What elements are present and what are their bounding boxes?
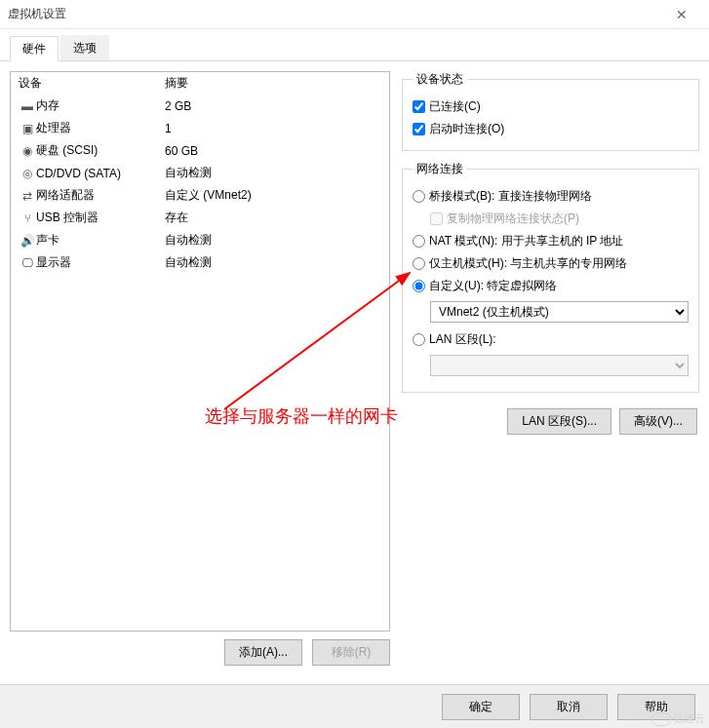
device-buttons: 添加(A)... 移除(R) [10, 632, 390, 666]
device-name: 硬盘 (SCSI) [36, 142, 165, 159]
device-summary: 1 [165, 122, 381, 135]
advanced-button[interactable]: 高级(V)... [619, 408, 697, 435]
bridged-radio[interactable] [413, 190, 425, 203]
device-summary: 自动检测 [165, 165, 381, 181]
hostonly-label: 仅主机模式(H): 与主机共享的专用网络 [429, 255, 627, 272]
custom-radio[interactable] [413, 280, 425, 292]
device-summary: 60 GB [165, 144, 381, 158]
device-row-network[interactable]: ⇄网络适配器自定义 (VMnet2) [11, 184, 389, 207]
device-list[interactable]: 设备 摘要 ▬内存2 GB▣处理器1◉硬盘 (SCSI)60 GB◎CD/DVD… [10, 71, 390, 632]
device-name: CD/DVD (SATA) [36, 167, 165, 180]
custom-select-wrap: VMnet2 (仅主机模式) [430, 301, 689, 323]
device-row-cd[interactable]: ◎CD/DVD (SATA)自动检测 [11, 162, 389, 184]
col-summary-header: 摘要 [165, 75, 381, 92]
connect-on-power-label: 启动时连接(O) [429, 121, 504, 137]
network-icon: ⇄ [19, 189, 36, 203]
network-connection-group: 网络连接 桥接模式(B): 直接连接物理网络 复制物理网络连接状态(P) NAT… [402, 161, 699, 393]
net-action-buttons: LAN 区段(S)... 高级(V)... [402, 402, 699, 441]
device-summary: 2 GB [165, 99, 381, 113]
device-status-group: 设备状态 已连接(C) 启动时连接(O) [402, 71, 699, 151]
add-device-button[interactable]: 添加(A)... [224, 639, 302, 666]
connect-on-power-checkbox[interactable] [413, 123, 425, 135]
usb-icon: ⑂ [19, 211, 36, 225]
device-row-cpu[interactable]: ▣处理器1 [11, 117, 389, 139]
watermark-text: 亿速云 [673, 711, 705, 726]
custom-label: 自定义(U): 特定虚拟网络 [429, 278, 557, 294]
right-panel: 设备状态 已连接(C) 启动时连接(O) 网络连接 桥接模式(B): 直接连接物… [402, 71, 699, 666]
network-connection-legend: 网络连接 [413, 161, 467, 177]
connected-label: 已连接(C) [429, 98, 481, 115]
close-button[interactable]: ✕ [662, 0, 701, 29]
cancel-button[interactable]: 取消 [530, 694, 608, 720]
device-summary: 自定义 (VMnet2) [165, 187, 381, 204]
connected-checkbox-row[interactable]: 已连接(C) [413, 96, 689, 118]
lan-segments-button[interactable]: LAN 区段(S)... [507, 408, 611, 435]
content-area: 设备 摘要 ▬内存2 GB▣处理器1◉硬盘 (SCSI)60 GB◎CD/DVD… [0, 61, 709, 675]
col-device-header: 设备 [19, 75, 165, 92]
replicate-label: 复制物理网络连接状态(P) [447, 211, 579, 227]
left-panel: 设备 摘要 ▬内存2 GB▣处理器1◉硬盘 (SCSI)60 GB◎CD/DVD… [10, 71, 390, 666]
custom-vmnet-select[interactable]: VMnet2 (仅主机模式) [430, 301, 689, 323]
tab-hardware[interactable]: 硬件 [10, 36, 59, 61]
tab-options[interactable]: 选项 [60, 35, 109, 60]
device-summary: 存在 [165, 210, 381, 226]
window-title: 虚拟机设置 [8, 6, 662, 22]
nat-radio-row[interactable]: NAT 模式(N): 用于共享主机的 IP 地址 [413, 230, 689, 252]
lan-segment-radio-row[interactable]: LAN 区段(L): [413, 328, 689, 351]
custom-radio-row[interactable]: 自定义(U): 特定虚拟网络 [413, 275, 689, 297]
disk-icon: ◉ [19, 144, 36, 158]
memory-icon: ▬ [19, 99, 36, 113]
lan-segment-select [430, 355, 689, 376]
connect-on-power-row[interactable]: 启动时连接(O) [413, 118, 689, 140]
nat-label: NAT 模式(N): 用于共享主机的 IP 地址 [429, 233, 623, 249]
nat-radio[interactable] [413, 235, 425, 248]
hostonly-radio[interactable] [413, 257, 425, 270]
cpu-icon: ▣ [19, 122, 36, 135]
device-row-usb[interactable]: ⑂USB 控制器存在 [11, 207, 389, 229]
annotation-text: 选择与服务器一样的网卡 [205, 404, 398, 428]
lan-segment-select-wrap [430, 355, 689, 376]
device-summary: 自动检测 [165, 232, 381, 249]
sound-icon: 🔊 [19, 234, 36, 248]
connected-checkbox[interactable] [413, 100, 425, 113]
lan-segment-radio[interactable] [413, 333, 425, 346]
device-name: USB 控制器 [36, 210, 165, 226]
cd-icon: ◎ [19, 167, 36, 180]
device-row-display[interactable]: 🖵显示器自动检测 [11, 251, 389, 274]
tab-strip: 硬件 选项 [0, 29, 709, 61]
bridged-radio-row[interactable]: 桥接模式(B): 直接连接物理网络 [413, 185, 689, 208]
device-row-memory[interactable]: ▬内存2 GB [11, 95, 389, 117]
device-summary: 自动检测 [165, 254, 381, 271]
device-name: 声卡 [36, 232, 165, 249]
ok-button[interactable]: 确定 [442, 694, 520, 720]
bridged-label: 桥接模式(B): 直接连接物理网络 [429, 188, 592, 205]
device-name: 网络适配器 [36, 187, 165, 204]
lan-segment-label: LAN 区段(L): [429, 331, 496, 348]
replicate-checkbox [430, 212, 443, 225]
device-name: 内存 [36, 97, 165, 114]
cloud-icon [651, 712, 671, 726]
device-name: 处理器 [36, 120, 165, 136]
device-status-legend: 设备状态 [413, 71, 467, 88]
replicate-checkbox-row: 复制物理网络连接状态(P) [413, 208, 689, 230]
remove-device-button[interactable]: 移除(R) [312, 639, 390, 666]
titlebar: 虚拟机设置 ✕ [0, 0, 709, 29]
device-row-disk[interactable]: ◉硬盘 (SCSI)60 GB [11, 139, 389, 162]
hostonly-radio-row[interactable]: 仅主机模式(H): 与主机共享的专用网络 [413, 252, 689, 275]
watermark: 亿速云 [651, 711, 705, 726]
device-row-sound[interactable]: 🔊声卡自动检测 [11, 229, 389, 251]
device-name: 显示器 [36, 254, 165, 271]
dialog-footer: 确定 取消 帮助 [0, 684, 709, 728]
device-list-header: 设备 摘要 [11, 72, 389, 95]
display-icon: 🖵 [19, 256, 36, 270]
